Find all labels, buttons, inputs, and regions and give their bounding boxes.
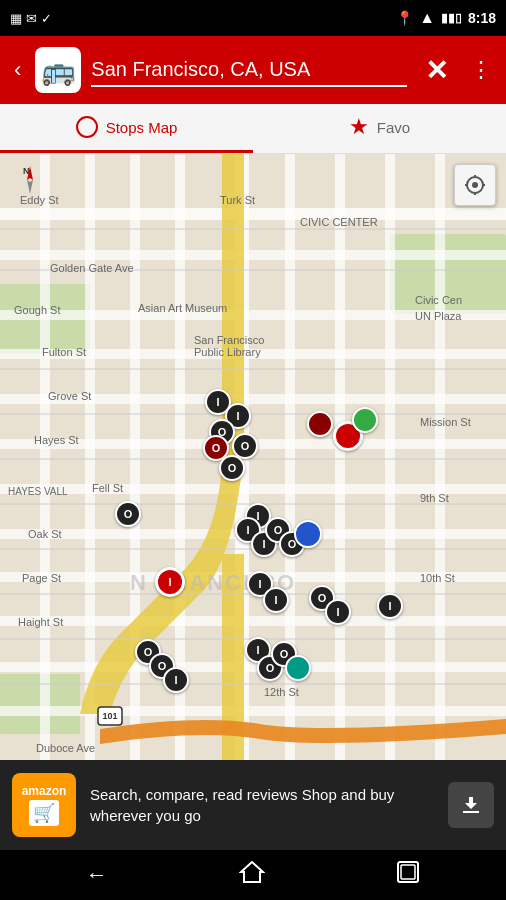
map-background: 101 434A [0, 154, 506, 760]
svg-text:101: 101 [102, 711, 117, 721]
grid-icon: ▦ [10, 11, 22, 26]
stop-marker-m7[interactable] [307, 411, 333, 437]
stop-marker-m16[interactable] [294, 520, 322, 548]
svg-rect-4 [0, 208, 506, 220]
haight-st-label: Haight St [18, 616, 63, 628]
svg-rect-14 [0, 662, 506, 672]
svg-rect-17 [85, 154, 95, 760]
svg-rect-50 [463, 811, 479, 813]
check-icon: ✓ [41, 11, 52, 26]
svg-text:N: N [23, 166, 30, 176]
sf-library-label: San FranciscoPublic Library [194, 334, 264, 358]
stops-map-circle-icon [76, 116, 98, 138]
fulton-st-label: Fulton St [42, 346, 86, 358]
svg-rect-5 [0, 250, 506, 260]
fell-st-label: Fell St [92, 482, 123, 494]
9th-st-label: 9th St [420, 492, 449, 504]
locate-button[interactable] [454, 164, 496, 206]
svg-rect-24 [435, 154, 445, 760]
stop-marker-m10[interactable]: O [115, 501, 141, 527]
svg-rect-23 [385, 154, 395, 760]
ad-download-button[interactable] [448, 782, 494, 828]
oak-st-label: Oak St [28, 528, 62, 540]
app-header: ‹ 🚌 San Francisco, CA, USA ✕ ⋮ [0, 36, 506, 104]
mission-st-label: Mission St [420, 416, 471, 428]
turk-st-label: Turk St [220, 194, 255, 206]
civic-cen-label: Civic Cen [415, 294, 462, 306]
shopping-cart-icon: 🛒 [33, 803, 55, 823]
ad-text[interactable]: Search, compare, read reviews Shop and b… [90, 784, 434, 826]
asian-art-label: Asian Art Museum [138, 302, 227, 314]
tab-favorites-label: Favo [377, 119, 410, 136]
hayes-valley-label: HAYES VALL [8, 486, 68, 497]
favorites-star-icon: ★ [349, 114, 369, 140]
stop-marker-m17[interactable]: I [155, 567, 185, 597]
tab-favorites[interactable]: ★ Favo [253, 104, 506, 153]
page-st-label: Page St [22, 572, 61, 584]
hayes-st-label: Hayes St [34, 434, 79, 446]
map-area[interactable]: 101 434A Eddy St Turk St CIVIC CENTER Go… [0, 154, 506, 760]
grove-st-label: Grove St [48, 390, 91, 402]
svg-rect-16 [40, 154, 50, 760]
svg-marker-42 [27, 180, 33, 194]
svg-rect-13 [0, 616, 506, 626]
location-text[interactable]: San Francisco, CA, USA [91, 58, 310, 80]
svg-rect-18 [130, 154, 140, 760]
mail-icon: ✉ [26, 11, 37, 26]
nav-back-button[interactable]: ← [70, 856, 124, 894]
tab-stops-map-label: Stops Map [106, 119, 178, 136]
status-bar: ▦ ✉ ✓ 📍 ▲ ▮▮▯ 8:18 [0, 0, 506, 36]
stop-marker-m21[interactable]: I [325, 599, 351, 625]
nav-home-button[interactable] [223, 854, 281, 896]
svg-rect-53 [401, 865, 415, 879]
svg-marker-51 [241, 862, 263, 882]
wifi-icon: ▲ [419, 9, 435, 27]
svg-rect-22 [335, 154, 345, 760]
tab-bar: Stops Map ★ Favo [0, 104, 506, 154]
location-icon: 📍 [396, 10, 413, 26]
golden-gate-label: Golden Gate Ave [50, 262, 134, 274]
location-input-wrapper: San Francisco, CA, USA [91, 54, 407, 87]
stop-marker-m25[interactable]: I [163, 667, 189, 693]
stop-marker-m29[interactable] [285, 655, 311, 681]
duboce-ave-label: Duboce Ave [36, 742, 95, 754]
10th-st-label: 10th St [420, 572, 455, 584]
status-left-icons: ▦ ✉ ✓ [10, 11, 52, 26]
stop-marker-m19[interactable]: I [263, 587, 289, 613]
un-plaza-label: UN Plaza [415, 310, 461, 322]
civic-center-label: CIVIC CENTER [300, 216, 378, 228]
12th-st-label: 12th St [264, 686, 299, 698]
app-logo: 🚌 [35, 47, 81, 93]
svg-rect-15 [0, 706, 506, 716]
ad-banner: amazon 🛒 Search, compare, read reviews S… [0, 760, 506, 850]
gough-st-label: Gough St [14, 304, 60, 316]
menu-button[interactable]: ⋮ [466, 53, 496, 87]
battery-icon: ▮▮▯ [441, 11, 462, 25]
svg-point-45 [472, 182, 478, 188]
amazon-brand-text: amazon [22, 784, 67, 798]
nav-bar: ← [0, 850, 506, 900]
stop-marker-m9[interactable] [352, 407, 378, 433]
stop-marker-m6[interactable]: O [219, 455, 245, 481]
clock: 8:18 [468, 10, 496, 26]
stop-marker-m22[interactable]: I [377, 593, 403, 619]
tab-stops-map[interactable]: Stops Map [0, 104, 253, 153]
nav-recents-button[interactable] [380, 854, 436, 896]
status-right-icons: 📍 ▲ ▮▮▯ 8:18 [396, 9, 496, 27]
bus-icon: 🚌 [41, 54, 76, 87]
compass: N [14, 164, 46, 196]
back-button[interactable]: ‹ [10, 53, 25, 87]
clear-button[interactable]: ✕ [417, 50, 456, 91]
ad-logo: amazon 🛒 [12, 773, 76, 837]
